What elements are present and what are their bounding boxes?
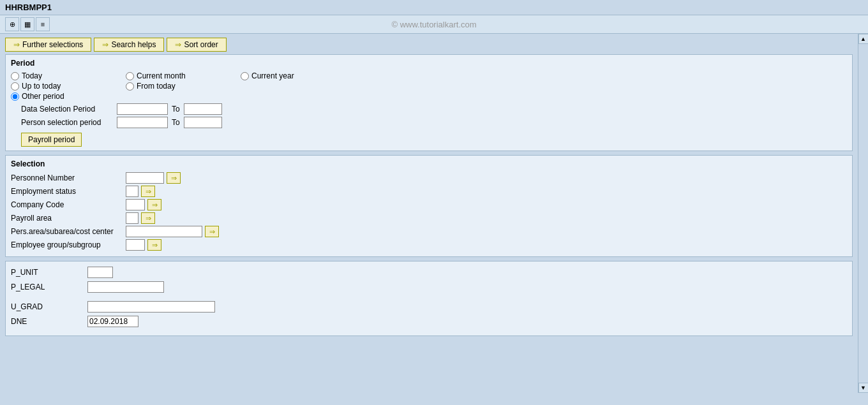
radio-today-input[interactable] — [11, 72, 19, 80]
radio-other-period-input[interactable] — [11, 92, 19, 101]
period-section: Period Today Current month Current year — [5, 54, 853, 151]
personnel-number-row: Personnel Number ⇒ — [11, 172, 847, 184]
company-code-row: Company Code ⇒ — [11, 199, 847, 210]
p-unit-label: P_UNIT — [11, 268, 87, 277]
employee-group-label: Employee group/subgroup — [11, 240, 126, 249]
p-legal-input[interactable] — [87, 281, 164, 293]
dne-row: DNE — [11, 316, 847, 327]
pers-area-row: Pers.area/subarea/cost center ⇒ — [11, 226, 847, 237]
radio-current-year-label: Current year — [251, 71, 294, 80]
p-legal-label: P_LEGAL — [11, 283, 87, 291]
tab-search-label: Search helps — [111, 40, 156, 49]
employment-status-row: Employment status ⇒ — [11, 186, 847, 197]
radio-from-today-input[interactable] — [126, 82, 134, 91]
payroll-area-arrow-btn[interactable]: ⇒ — [141, 212, 155, 224]
company-code-input[interactable] — [126, 199, 145, 210]
tab-sort-label: Sort order — [184, 40, 218, 49]
u-grad-label: U_GRAD — [11, 302, 87, 311]
tab-further-label: Further selections — [22, 40, 83, 49]
p-unit-input[interactable] — [87, 267, 113, 278]
title-bar: HHRBMPP1 — [0, 0, 868, 15]
radio-today-label: Today — [22, 71, 42, 80]
tab-bar: ⇒ Further selections ⇒ Search helps ⇒ So… — [5, 38, 853, 52]
person-selection-label: Person selection period — [21, 118, 117, 127]
radio-from-today: From today — [126, 82, 228, 91]
watermark-text: © www.tutorialkart.com — [391, 20, 476, 29]
content-area: ⇒ Further selections ⇒ Search helps ⇒ So… — [0, 34, 858, 393]
employment-status-label: Employment status — [11, 187, 126, 196]
menu-bar: ⊕ ▦ ≡ © www.tutorialkart.com — [0, 15, 868, 34]
employee-group-row: Employee group/subgroup ⇒ — [11, 239, 847, 251]
pers-area-label: Pers.area/subarea/cost center — [11, 227, 126, 236]
data-selection-label: Data Selection Period — [21, 105, 117, 114]
payroll-area-input[interactable] — [126, 212, 138, 224]
employee-group-arrow-btn[interactable]: ⇒ — [147, 239, 161, 251]
p-unit-row: P_UNIT — [11, 267, 847, 278]
nav-icon[interactable]: ⊕ — [5, 17, 19, 31]
employee-group-input[interactable] — [126, 239, 145, 251]
payroll-period-button[interactable]: Payroll period — [21, 133, 82, 147]
radio-up-to-today-label: Up to today — [22, 82, 61, 91]
data-selection-to-input[interactable] — [184, 103, 222, 115]
radio-current-year: Current year — [241, 71, 343, 80]
period-radio-row2: Up to today From today — [11, 82, 847, 91]
personnel-number-input[interactable] — [126, 172, 164, 184]
u-grad-input[interactable] — [87, 301, 215, 313]
pers-area-input[interactable] — [126, 226, 202, 237]
radio-today: Today — [11, 71, 113, 80]
main-content: ⇒ Further selections ⇒ Search helps ⇒ So… — [0, 34, 868, 393]
period-title: Period — [11, 59, 847, 68]
data-selection-row: Data Selection Period To — [21, 103, 847, 115]
employment-status-arrow-btn[interactable]: ⇒ — [141, 186, 155, 197]
selection-title: Selection — [11, 159, 847, 168]
employment-status-input[interactable] — [126, 186, 138, 197]
personnel-number-arrow-btn[interactable]: ⇒ — [167, 172, 181, 184]
extra-section: P_UNIT P_LEGAL U_GRAD DNE — [5, 261, 853, 336]
p-legal-row: P_LEGAL — [11, 281, 847, 293]
scroll-down-btn[interactable]: ▼ — [858, 383, 869, 393]
company-code-label: Company Code — [11, 200, 126, 209]
company-code-arrow-btn[interactable]: ⇒ — [147, 199, 161, 210]
period-radio-row1: Today Current month Current year — [11, 71, 847, 80]
person-selection-to-input[interactable] — [184, 117, 222, 128]
radio-current-month: Current month — [126, 71, 228, 80]
data-selection-to-label: To — [172, 105, 180, 114]
radio-other-period-label: Other period — [22, 92, 64, 101]
personnel-number-label: Personnel Number — [11, 173, 126, 182]
radio-other-period: Other period — [11, 92, 113, 101]
radio-from-today-label: From today — [137, 82, 176, 91]
scroll-up-btn[interactable]: ▲ — [858, 34, 869, 44]
dne-input[interactable] — [87, 316, 138, 327]
pers-area-arrow-btn[interactable]: ⇒ — [205, 226, 219, 237]
tab-sort-arrow: ⇒ — [175, 40, 181, 49]
tab-further-selections[interactable]: ⇒ Further selections — [5, 38, 91, 52]
radio-current-year-input[interactable] — [241, 72, 249, 80]
tab-further-arrow: ⇒ — [13, 40, 20, 49]
tab-search-helps[interactable]: ⇒ Search helps — [94, 38, 164, 52]
period-radio-row3: Other period — [11, 92, 847, 101]
radio-up-to-today: Up to today — [11, 82, 113, 91]
find-icon[interactable]: ≡ — [36, 17, 50, 31]
scrollbar-right: ▲ ▼ — [858, 34, 868, 393]
radio-current-month-label: Current month — [137, 71, 186, 80]
dne-label: DNE — [11, 317, 87, 326]
u-grad-row: U_GRAD — [11, 301, 847, 313]
radio-up-to-today-input[interactable] — [11, 82, 19, 91]
person-selection-to-label: To — [172, 118, 180, 127]
payroll-area-row: Payroll area ⇒ — [11, 212, 847, 224]
tab-sort-order[interactable]: ⇒ Sort order — [167, 38, 226, 52]
tab-search-arrow: ⇒ — [102, 40, 108, 49]
radio-current-month-input[interactable] — [126, 72, 134, 80]
selection-section: Selection Personnel Number ⇒ Employment … — [5, 155, 853, 257]
data-selection-from-input[interactable] — [117, 103, 168, 115]
payroll-area-label: Payroll area — [11, 214, 126, 223]
person-selection-row: Person selection period To — [21, 117, 847, 128]
app-title: HHRBMPP1 — [5, 3, 52, 12]
person-selection-from-input[interactable] — [117, 117, 168, 128]
save-icon[interactable]: ▦ — [20, 17, 34, 31]
